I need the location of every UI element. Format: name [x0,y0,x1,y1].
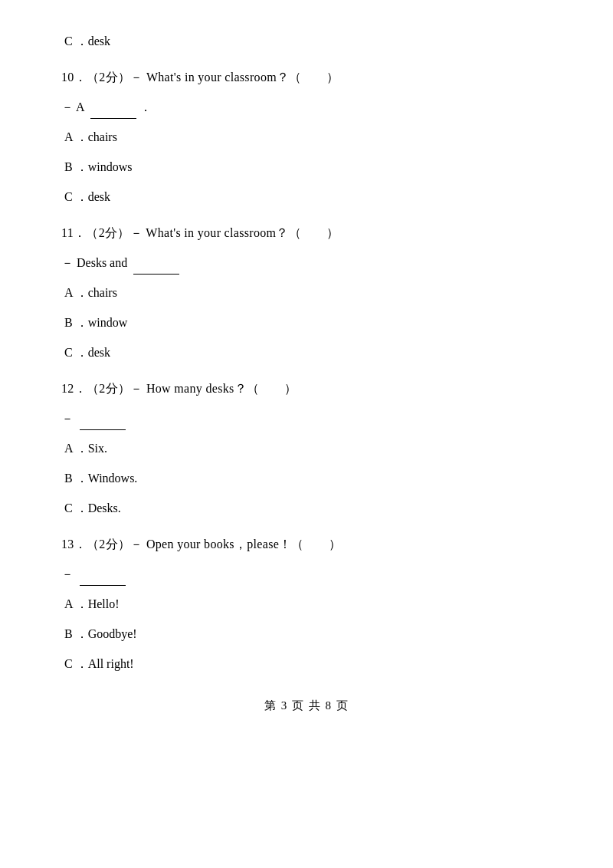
question-13-blank [80,564,126,587]
question-11: 11．（2分）－ What's in your classroom？（ ）－ D… [61,222,552,364]
questions-container: 10．（2分）－ What's in your classroom？（ ）－ A… [61,67,552,676]
question-12-option-1: B ．Windows. [61,468,552,490]
question-12: 12．（2分）－ How many desks？（ ）－ A ．Six.B ．W… [61,378,552,520]
question-12-option-2: C ．Desks. [61,498,552,520]
question-10-blank [90,97,136,120]
question-10-option-1: B ．windows [61,156,552,179]
question-11-option-2: C ．desk [61,342,552,364]
question-10-option-0: A ．chairs [61,127,552,149]
question-12-blank [80,408,126,431]
question-10: 10．（2分）－ What's in your classroom？（ ）－ A… [61,67,552,209]
dash: － [61,567,77,580]
option-c-desk-top: C ．desk [61,31,552,53]
footer-text: 第 3 页 共 8 页 [264,699,349,712]
question-13: 13．（2分）－ Open your books，please！（ ）－ A ．… [61,534,552,676]
question-13-option-1: B ．Goodbye! [61,623,552,646]
question-10-option-2: C ．desk [61,186,552,209]
question-13-option-0: A ．Hello! [61,593,552,616]
question-13-option-2: C ．All right! [61,653,552,676]
question-11-answer: － Desks and [61,252,552,275]
question-12-line: 12．（2分）－ How many desks？（ ） [61,378,552,400]
dash: － Desks and [61,256,130,269]
question-12-answer: － [61,408,552,431]
question-13-answer: － [61,564,552,587]
page-footer: 第 3 页 共 8 页 [61,699,552,713]
question-10-line: 10．（2分）－ What's in your classroom？（ ） [61,67,552,89]
question-11-blank [133,252,179,275]
question-10-answer: － A ． [61,97,552,120]
top-item-c: C ．desk [61,31,552,53]
question-11-option-1: B ．window [61,312,552,334]
question-11-line: 11．（2分）－ What's in your classroom？（ ） [61,222,552,245]
question-12-option-0: A ．Six. [61,438,552,460]
option-c-desk-top-label: C ．desk [64,35,110,48]
question-11-option-0: A ．chairs [61,282,552,304]
dash: － [61,412,77,425]
question-13-line: 13．（2分）－ Open your books，please！（ ） [61,534,552,556]
dash: － A [61,100,87,113]
